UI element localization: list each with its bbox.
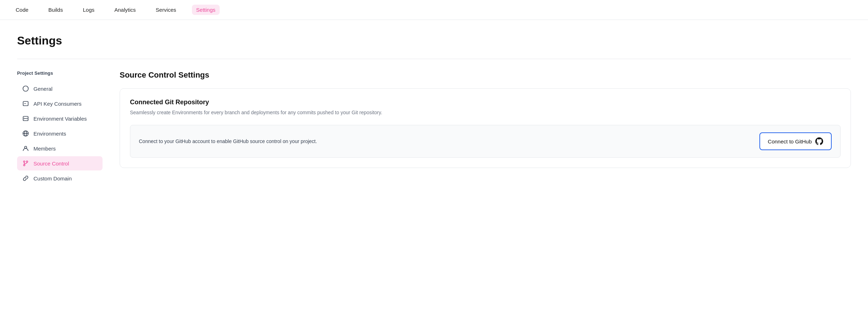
- sidebar-custom-domain-label: Custom Domain: [33, 175, 72, 181]
- sidebar-source-control-label: Source Control: [33, 160, 69, 167]
- card-description: Seamlessly create Environments for every…: [130, 109, 841, 116]
- svg-point-13: [26, 161, 28, 162]
- sidebar-item-environments[interactable]: Environments: [17, 126, 103, 141]
- sidebar-env-vars-label: Environment Variables: [33, 116, 87, 122]
- page-title: Settings: [17, 34, 851, 47]
- key-icon: [22, 100, 29, 107]
- connect-github-label: Connect to GitHub: [768, 138, 812, 144]
- nav-analytics[interactable]: Analytics: [110, 5, 140, 15]
- sidebar-item-custom-domain[interactable]: Custom Domain: [17, 171, 103, 185]
- divider: [17, 59, 851, 59]
- globe-icon: [22, 130, 29, 137]
- svg-point-11: [25, 146, 27, 148]
- nav-logs[interactable]: Logs: [79, 5, 99, 15]
- connect-text: Connect to your GitHub account to enable…: [139, 137, 317, 145]
- main-content: Source Control Settings Connected Git Re…: [120, 70, 851, 185]
- sidebar-item-general[interactable]: General: [17, 81, 103, 96]
- sidebar-members-label: Members: [33, 146, 56, 152]
- section-title: Source Control Settings: [120, 70, 851, 80]
- person-icon: [22, 145, 29, 152]
- svg-point-12: [23, 161, 25, 162]
- sidebar-item-env-vars[interactable]: Environment Variables: [17, 111, 103, 126]
- brackets-icon: [22, 115, 29, 122]
- content-area: Project Settings General: [17, 70, 851, 185]
- nav-builds[interactable]: Builds: [44, 5, 67, 15]
- github-icon: [815, 137, 823, 145]
- connect-github-button[interactable]: Connect to GitHub: [759, 132, 832, 150]
- sidebar-api-key-label: API Key Consumers: [33, 101, 82, 107]
- sidebar-item-api-key[interactable]: API Key Consumers: [17, 96, 103, 111]
- branch-icon: [22, 160, 29, 167]
- page: Settings Project Settings General: [0, 20, 868, 200]
- sidebar-environments-label: Environments: [33, 131, 66, 137]
- nav-code[interactable]: Code: [11, 5, 33, 15]
- sidebar-general-label: General: [33, 86, 52, 92]
- nav-services[interactable]: Services: [151, 5, 181, 15]
- sidebar-item-members[interactable]: Members: [17, 141, 103, 156]
- svg-point-0: [23, 86, 28, 91]
- sidebar-section-title: Project Settings: [17, 70, 103, 76]
- circle-icon: [22, 85, 29, 92]
- sidebar-item-source-control[interactable]: Source Control: [17, 156, 103, 170]
- sidebar: Project Settings General: [17, 70, 103, 185]
- connect-row: Connect to your GitHub account to enable…: [130, 125, 841, 158]
- svg-point-14: [23, 164, 25, 166]
- card-title: Connected Git Repository: [130, 99, 841, 106]
- nav-settings[interactable]: Settings: [192, 5, 220, 15]
- link-icon: [22, 175, 29, 182]
- sidebar-items: General API Key Consumers: [17, 81, 103, 185]
- top-nav: Code Builds Logs Analytics Services Sett…: [0, 0, 868, 20]
- git-repository-card: Connected Git Repository Seamlessly crea…: [120, 88, 851, 168]
